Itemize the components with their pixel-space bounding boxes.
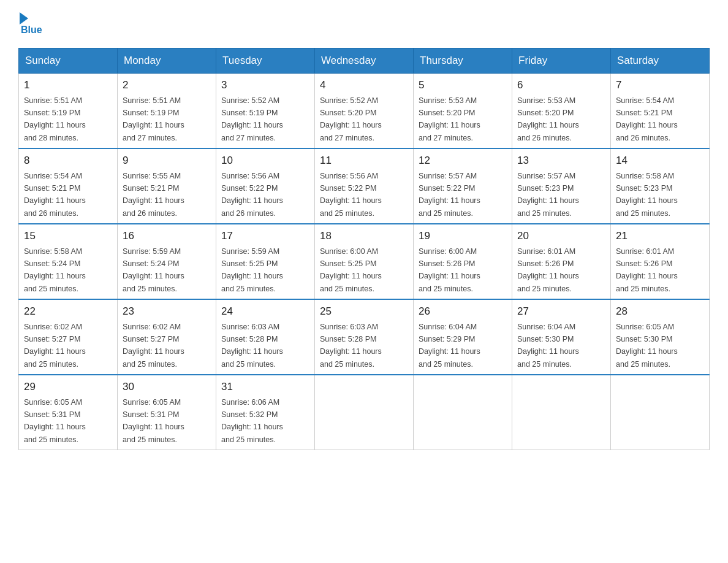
day-number: 17 [221,228,309,244]
calendar-cell: 5 Sunrise: 5:53 AMSunset: 5:20 PMDayligh… [414,74,512,149]
day-number: 7 [616,77,704,93]
day-number: 18 [320,228,408,244]
calendar-cell: 19 Sunrise: 6:00 AMSunset: 5:26 PMDaylig… [414,224,512,299]
day-info: Sunrise: 6:05 AMSunset: 5:31 PMDaylight:… [24,398,86,444]
calendar-table: SundayMondayTuesdayWednesdayThursdayFrid… [18,48,710,450]
calendar-cell: 15 Sunrise: 5:58 AMSunset: 5:24 PMDaylig… [19,224,118,299]
logo-subtitle: Blue [21,25,42,36]
calendar-cell: 25 Sunrise: 6:03 AMSunset: 5:28 PMDaylig… [315,299,414,375]
day-number: 22 [24,304,112,320]
page-header: Blue [18,12,710,36]
weekday-header-saturday: Saturday [611,48,710,74]
day-info: Sunrise: 6:05 AMSunset: 5:30 PMDaylight:… [616,323,678,369]
weekday-header-row: SundayMondayTuesdayWednesdayThursdayFrid… [19,48,710,74]
calendar-cell: 28 Sunrise: 6:05 AMSunset: 5:30 PMDaylig… [611,299,710,375]
day-info: Sunrise: 5:52 AMSunset: 5:19 PMDaylight:… [221,96,283,142]
calendar-cell [315,375,414,450]
day-number: 29 [24,379,112,395]
day-number: 20 [517,228,605,244]
calendar-cell: 21 Sunrise: 6:01 AMSunset: 5:26 PMDaylig… [611,224,710,299]
week-row-2: 8 Sunrise: 5:54 AMSunset: 5:21 PMDayligh… [19,148,710,224]
day-number: 31 [221,379,309,395]
weekday-header-tuesday: Tuesday [216,48,315,74]
calendar-cell: 27 Sunrise: 6:04 AMSunset: 5:30 PMDaylig… [512,299,611,375]
day-number: 11 [320,153,408,169]
day-number: 4 [320,77,408,93]
weekday-header-thursday: Thursday [414,48,512,74]
day-info: Sunrise: 5:56 AMSunset: 5:22 PMDaylight:… [221,172,283,218]
day-info: Sunrise: 5:53 AMSunset: 5:20 PMDaylight:… [517,96,579,142]
day-info: Sunrise: 5:58 AMSunset: 5:23 PMDaylight:… [616,172,678,218]
day-number: 14 [616,153,704,169]
logo-arrow-icon [20,12,28,25]
day-number: 1 [24,77,112,93]
week-row-1: 1 Sunrise: 5:51 AMSunset: 5:19 PMDayligh… [19,74,710,149]
day-info: Sunrise: 6:04 AMSunset: 5:30 PMDaylight:… [517,323,579,369]
day-number: 12 [419,153,507,169]
day-number: 6 [517,77,605,93]
day-info: Sunrise: 6:01 AMSunset: 5:26 PMDaylight:… [517,247,579,293]
calendar-cell: 1 Sunrise: 5:51 AMSunset: 5:19 PMDayligh… [19,74,118,149]
calendar-cell: 18 Sunrise: 6:00 AMSunset: 5:25 PMDaylig… [315,224,414,299]
calendar-cell: 26 Sunrise: 6:04 AMSunset: 5:29 PMDaylig… [414,299,512,375]
calendar-cell: 8 Sunrise: 5:54 AMSunset: 5:21 PMDayligh… [19,148,118,224]
day-number: 21 [616,228,704,244]
day-number: 30 [123,379,211,395]
calendar-cell: 30 Sunrise: 6:05 AMSunset: 5:31 PMDaylig… [118,375,216,450]
calendar-cell [611,375,710,450]
day-info: Sunrise: 5:57 AMSunset: 5:22 PMDaylight:… [419,172,480,218]
calendar-cell: 4 Sunrise: 5:52 AMSunset: 5:20 PMDayligh… [315,74,414,149]
calendar-cell: 24 Sunrise: 6:03 AMSunset: 5:28 PMDaylig… [216,299,315,375]
day-info: Sunrise: 6:06 AMSunset: 5:32 PMDaylight:… [221,398,283,444]
calendar-cell: 10 Sunrise: 5:56 AMSunset: 5:22 PMDaylig… [216,148,315,224]
calendar-cell: 13 Sunrise: 5:57 AMSunset: 5:23 PMDaylig… [512,148,611,224]
day-info: Sunrise: 5:57 AMSunset: 5:23 PMDaylight:… [517,172,579,218]
day-info: Sunrise: 5:56 AMSunset: 5:22 PMDaylight:… [320,172,382,218]
day-number: 5 [419,77,507,93]
day-info: Sunrise: 6:01 AMSunset: 5:26 PMDaylight:… [616,247,678,293]
day-info: Sunrise: 5:58 AMSunset: 5:24 PMDaylight:… [24,247,86,293]
day-info: Sunrise: 5:54 AMSunset: 5:21 PMDaylight:… [616,96,678,142]
logo: Blue [18,12,42,36]
calendar-cell: 23 Sunrise: 6:02 AMSunset: 5:27 PMDaylig… [118,299,216,375]
calendar-cell: 31 Sunrise: 6:06 AMSunset: 5:32 PMDaylig… [216,375,315,450]
day-info: Sunrise: 6:00 AMSunset: 5:26 PMDaylight:… [419,247,480,293]
calendar-cell: 29 Sunrise: 6:05 AMSunset: 5:31 PMDaylig… [19,375,118,450]
weekday-header-friday: Friday [512,48,611,74]
calendar-cell: 11 Sunrise: 5:56 AMSunset: 5:22 PMDaylig… [315,148,414,224]
day-number: 19 [419,228,507,244]
day-number: 26 [419,304,507,320]
day-number: 25 [320,304,408,320]
day-info: Sunrise: 5:51 AMSunset: 5:19 PMDaylight:… [123,96,184,142]
calendar-cell: 7 Sunrise: 5:54 AMSunset: 5:21 PMDayligh… [611,74,710,149]
calendar-cell: 2 Sunrise: 5:51 AMSunset: 5:19 PMDayligh… [118,74,216,149]
day-info: Sunrise: 5:54 AMSunset: 5:21 PMDaylight:… [24,172,86,218]
weekday-header-monday: Monday [118,48,216,74]
week-row-3: 15 Sunrise: 5:58 AMSunset: 5:24 PMDaylig… [19,224,710,299]
weekday-header-wednesday: Wednesday [315,48,414,74]
day-info: Sunrise: 5:51 AMSunset: 5:19 PMDaylight:… [24,96,86,142]
calendar-cell [414,375,512,450]
day-number: 13 [517,153,605,169]
day-info: Sunrise: 5:55 AMSunset: 5:21 PMDaylight:… [123,172,184,218]
calendar-cell: 12 Sunrise: 5:57 AMSunset: 5:22 PMDaylig… [414,148,512,224]
day-info: Sunrise: 6:03 AMSunset: 5:28 PMDaylight:… [221,323,283,369]
day-number: 2 [123,77,211,93]
day-number: 15 [24,228,112,244]
day-info: Sunrise: 6:02 AMSunset: 5:27 PMDaylight:… [24,323,86,369]
calendar-cell: 9 Sunrise: 5:55 AMSunset: 5:21 PMDayligh… [118,148,216,224]
day-number: 24 [221,304,309,320]
day-info: Sunrise: 5:52 AMSunset: 5:20 PMDaylight:… [320,96,382,142]
calendar-cell: 16 Sunrise: 5:59 AMSunset: 5:24 PMDaylig… [118,224,216,299]
calendar-cell: 20 Sunrise: 6:01 AMSunset: 5:26 PMDaylig… [512,224,611,299]
day-number: 8 [24,153,112,169]
day-number: 23 [123,304,211,320]
calendar-cell: 17 Sunrise: 5:59 AMSunset: 5:25 PMDaylig… [216,224,315,299]
day-number: 27 [517,304,605,320]
weekday-header-sunday: Sunday [19,48,118,74]
day-number: 9 [123,153,211,169]
calendar-cell: 22 Sunrise: 6:02 AMSunset: 5:27 PMDaylig… [19,299,118,375]
week-row-4: 22 Sunrise: 6:02 AMSunset: 5:27 PMDaylig… [19,299,710,375]
day-number: 16 [123,228,211,244]
week-row-5: 29 Sunrise: 6:05 AMSunset: 5:31 PMDaylig… [19,375,710,450]
